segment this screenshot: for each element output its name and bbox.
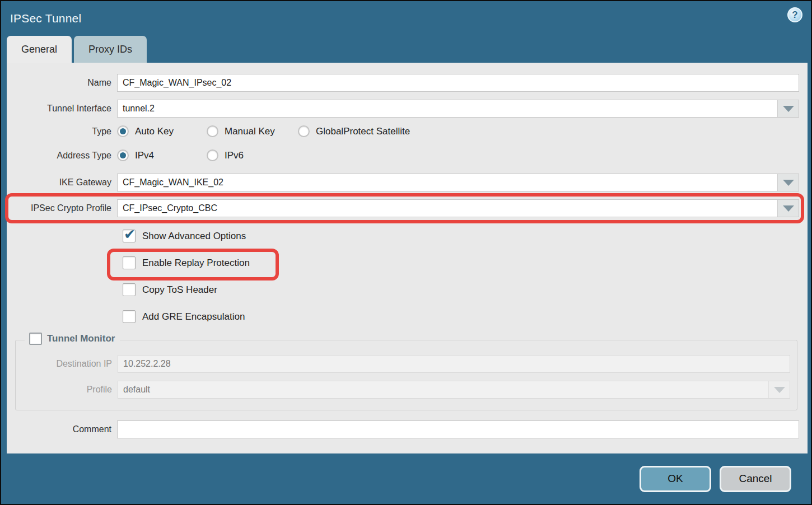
- help-icon[interactable]: ?: [787, 7, 802, 22]
- radio-manual-key[interactable]: Manual Key: [207, 125, 298, 137]
- ipsec-tunnel-dialog: IPSec Tunnel ? General Proxy IDs Name Tu…: [0, 0, 812, 505]
- profile-combo: [118, 381, 790, 399]
- radio-selected-icon: [117, 125, 129, 137]
- tunnel-monitor-label: Tunnel Monitor: [47, 333, 115, 344]
- profile-label: Profile: [16, 385, 118, 395]
- tunnel-monitor-group: Tunnel Monitor Destination IP Profile: [15, 340, 797, 410]
- tunnel-interface-row: Tunnel Interface: [7, 100, 808, 118]
- ike-gateway-dropdown-button[interactable]: [777, 174, 799, 191]
- ipsec-crypto-profile-label: IPSec Crypto Profile: [7, 203, 117, 213]
- radio-auto-key[interactable]: Auto Key: [117, 125, 207, 137]
- checkbox-unchecked-icon[interactable]: [29, 333, 42, 345]
- comment-input[interactable]: [117, 420, 799, 438]
- chevron-down-icon: [783, 106, 794, 112]
- chevron-down-icon: [783, 180, 794, 186]
- ike-gateway-combo: [117, 174, 799, 191]
- type-label: Type: [7, 127, 117, 137]
- ike-gateway-input[interactable]: [118, 174, 777, 191]
- destination-ip-label: Destination IP: [16, 359, 118, 369]
- ipsec-crypto-profile-input[interactable]: [118, 200, 777, 217]
- address-type-label: Address Type: [7, 151, 117, 161]
- tunnel-interface-combo: [117, 100, 799, 118]
- radio-ipv6[interactable]: IPv6: [207, 149, 244, 161]
- dialog-titlebar: IPSec Tunnel ?: [1, 1, 811, 36]
- name-label: Name: [7, 78, 117, 88]
- enable-replay-protection-row[interactable]: Enable Replay Protection: [123, 256, 808, 269]
- name-row: Name: [7, 74, 808, 92]
- tunnel-interface-label: Tunnel Interface: [7, 104, 117, 114]
- general-tab-panel: Name Tunnel Interface Type: [7, 63, 808, 453]
- checkbox-unchecked-icon[interactable]: [123, 310, 136, 323]
- chevron-down-icon: [783, 205, 794, 212]
- tab-proxy-ids[interactable]: Proxy IDs: [74, 36, 147, 63]
- tab-bar: General Proxy IDs: [1, 36, 811, 63]
- dialog-footer: OK Cancel: [1, 453, 811, 504]
- tunnel-interface-dropdown-button[interactable]: [777, 100, 799, 117]
- radio-selected-icon: [117, 149, 129, 161]
- profile-dropdown-button: [768, 381, 790, 398]
- show-advanced-options-row[interactable]: Show Advanced Options: [123, 230, 808, 242]
- tunnel-monitor-legend[interactable]: Tunnel Monitor: [25, 333, 120, 345]
- radio-ipv4[interactable]: IPv4: [117, 149, 207, 161]
- ok-button[interactable]: OK: [640, 466, 711, 492]
- ipsec-crypto-profile-row: IPSec Crypto Profile: [7, 199, 808, 217]
- comment-row: Comment: [7, 420, 808, 438]
- ike-gateway-row: IKE Gateway: [7, 174, 808, 191]
- type-row: Type Auto Key Manual Key GlobalProtect S…: [7, 125, 808, 137]
- ipsec-crypto-profile-combo: [117, 199, 799, 217]
- ike-gateway-label: IKE Gateway: [7, 177, 117, 188]
- destination-ip-row: Destination IP: [16, 355, 797, 373]
- comment-label: Comment: [7, 424, 117, 434]
- radio-unselected-icon: [207, 149, 218, 161]
- radio-unselected-icon: [298, 125, 310, 137]
- chevron-down-icon: [774, 387, 785, 393]
- profile-input: [118, 381, 768, 398]
- tunnel-interface-input[interactable]: [118, 100, 777, 117]
- name-input[interactable]: [117, 74, 799, 92]
- radio-globalprotect-satellite[interactable]: GlobalProtect Satellite: [298, 125, 410, 137]
- destination-ip-input: [118, 355, 790, 373]
- add-gre-encapsulation-row[interactable]: Add GRE Encapsulation: [123, 310, 808, 323]
- cancel-button[interactable]: Cancel: [720, 466, 791, 492]
- address-type-row: Address Type IPv4 IPv6: [7, 149, 808, 161]
- copy-tos-header-row[interactable]: Copy ToS Header: [123, 283, 808, 296]
- checkbox-unchecked-icon[interactable]: [123, 256, 136, 269]
- ipsec-crypto-profile-dropdown-button[interactable]: [777, 200, 799, 217]
- radio-unselected-icon: [207, 125, 218, 137]
- dialog-title: IPSec Tunnel: [10, 12, 81, 25]
- tab-general[interactable]: General: [7, 36, 72, 63]
- profile-row: Profile: [16, 381, 797, 399]
- checkbox-unchecked-icon[interactable]: [123, 283, 136, 296]
- checkbox-checked-icon[interactable]: [123, 230, 136, 242]
